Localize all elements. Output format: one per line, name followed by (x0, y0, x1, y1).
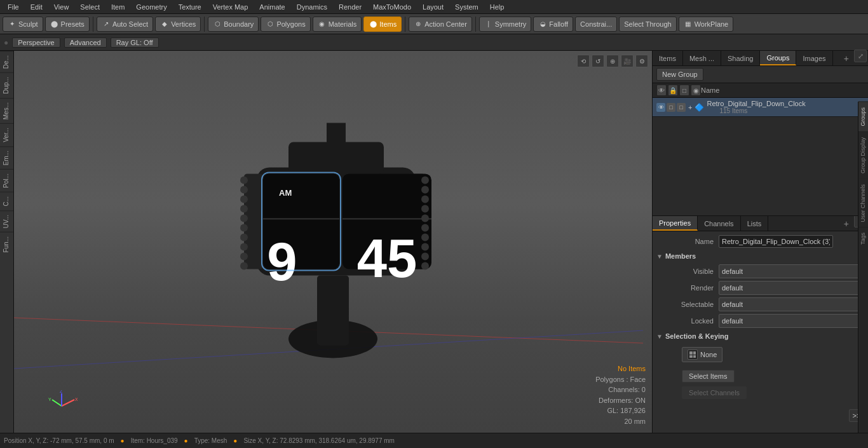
menu-view[interactable]: View (49, 2, 74, 12)
sidebar-tab-de[interactable]: De... (0, 51, 13, 72)
menu-render[interactable]: Render (334, 2, 367, 12)
visible-select[interactable]: default (719, 264, 864, 278)
vp-orbit-button[interactable]: ⟲ (577, 55, 590, 67)
new-group-button[interactable]: New Group (656, 68, 703, 81)
tab-mesh[interactable]: Mesh ... (683, 51, 721, 65)
menu-file[interactable]: File (3, 2, 24, 12)
tab-items[interactable]: Items (653, 51, 683, 65)
menu-layout[interactable]: Layout (417, 2, 449, 12)
menu-edit[interactable]: Edit (25, 2, 48, 12)
render-icon[interactable]: □ (677, 103, 686, 112)
sidebar-tab-fun[interactable]: Fun... (0, 232, 13, 257)
scene-panel-tabs: Items Mesh ... Shading Groups Images + ⤢ (653, 51, 868, 66)
properties-panel: Properties Channels Lists + ⤢ Name ▼ (653, 216, 868, 433)
auto-select-button[interactable]: ↗ Auto Select (97, 17, 153, 32)
svg-point-23 (240, 233, 248, 241)
selection-keying-arrow[interactable]: ▼ (656, 333, 663, 340)
toolbar-sep-1 (93, 17, 93, 32)
advanced-button[interactable]: Advanced (64, 37, 107, 48)
members-arrow[interactable]: ▼ (656, 253, 663, 260)
sidebar-tab-pol[interactable]: Pol... (0, 169, 13, 192)
menu-item[interactable]: Item (106, 2, 130, 12)
polygons-button[interactable]: ⬡ Polygons (261, 17, 310, 32)
tree-vis-btn[interactable]: □ (679, 85, 689, 96)
boundary-button[interactable]: ⬡ Boundary (208, 17, 259, 32)
menu-vertex-map[interactable]: Vertex Map (208, 2, 254, 12)
vp-zoom-button[interactable]: ⊕ (606, 55, 619, 67)
menu-texture[interactable]: Texture (173, 2, 207, 12)
main-area: De... Dup... Mes... Ver... Em... Pol... … (0, 51, 868, 433)
props-tab-properties[interactable]: Properties (653, 216, 698, 231)
menu-animate[interactable]: Animate (254, 2, 290, 12)
group-tree-item[interactable]: 👁 □ □ + 🔷 Retro_Digital_Flip_Down_Clock … (653, 98, 868, 117)
props-tab-add[interactable]: + (839, 216, 854, 231)
action-center-button[interactable]: ⊕ Action Center (409, 17, 472, 32)
tree-lock-btn[interactable]: 🔒 (668, 85, 678, 96)
select-channels-button[interactable]: Select Channels (682, 386, 747, 399)
tree-render-btn[interactable]: ◉ (691, 85, 701, 96)
menu-select[interactable]: Select (75, 2, 105, 12)
select-items-button[interactable]: Select Items (682, 370, 735, 383)
tab-images[interactable]: Images (796, 51, 832, 65)
vtab-tags[interactable]: Tags (858, 227, 868, 250)
render-label: Render (656, 284, 714, 292)
vp-camera-button[interactable]: 🎥 (621, 55, 634, 67)
menu-help[interactable]: Help (485, 2, 510, 12)
sidebar-tab-mes[interactable]: Mes... (0, 98, 13, 123)
tab-groups[interactable]: Groups (760, 51, 796, 65)
none-button[interactable]: None (682, 347, 722, 362)
members-title: Members (665, 252, 696, 260)
sidebar-tab-uv[interactable]: UV... (0, 210, 13, 232)
action-center-icon: ⊕ (414, 20, 423, 29)
vp-pan-button[interactable]: ↺ (592, 55, 604, 67)
vp-settings-button[interactable]: ⚙ (635, 55, 648, 67)
tree-eye-btn[interactable]: 👁 (656, 85, 667, 96)
none-dot-3 (689, 355, 693, 358)
constrain-button[interactable]: Constrai... (575, 17, 617, 32)
select-through-button[interactable]: Select Through (619, 17, 676, 32)
tab-shading[interactable]: Shading (721, 51, 760, 65)
vtab-group-display[interactable]: Group Display (858, 132, 868, 179)
svg-point-20 (240, 205, 248, 212)
vertices-icon: ◆ (160, 20, 169, 29)
ray-gl-button[interactable]: Ray GL: Off (111, 37, 159, 48)
lock-icon[interactable]: □ (667, 103, 675, 112)
tab-add-button[interactable]: + (839, 51, 854, 65)
menu-geometry[interactable]: Geometry (131, 2, 172, 12)
eye-icon[interactable]: 👁 (656, 103, 665, 112)
vp-header-dot: ● (4, 38, 8, 47)
falloff-icon: ◒ (538, 20, 547, 29)
sculpt-button[interactable]: ✦ Sculpt (3, 17, 43, 32)
name-input[interactable] (719, 235, 833, 248)
menu-maxtomodo[interactable]: MaxToModo (368, 2, 416, 12)
locked-select[interactable]: default (719, 314, 864, 328)
name-row: Name (656, 235, 864, 248)
sidebar-tab-em[interactable]: Em... (0, 146, 13, 169)
vertices-button[interactable]: ◆ Vertices (155, 17, 201, 32)
scene-tree: 👁 □ □ + 🔷 Retro_Digital_Flip_Down_Clock … (653, 98, 868, 215)
sidebar-tab-dup[interactable]: Dup... (0, 72, 13, 98)
perspective-button[interactable]: Perspective (12, 37, 60, 48)
props-tab-lists[interactable]: Lists (741, 216, 769, 231)
menu-system[interactable]: System (450, 2, 484, 12)
falloff-button[interactable]: ◒ Falloff (533, 17, 573, 32)
render-select[interactable]: default (719, 281, 864, 295)
expand-arrow[interactable]: + (688, 104, 692, 111)
props-tab-channels[interactable]: Channels (698, 216, 740, 231)
symmetry-button[interactable]: | Symmetry (479, 17, 532, 32)
viewport[interactable]: AM 9 45 (14, 51, 652, 433)
sidebar-tab-c[interactable]: C... (0, 192, 13, 210)
panel-expand-button[interactable]: ⤢ (854, 50, 867, 62)
boundary-icon: ⬡ (213, 20, 222, 29)
materials-button[interactable]: ◉ Materials (313, 17, 362, 32)
sidebar-tab-ver[interactable]: Ver... (0, 123, 13, 146)
menu-dynamics[interactable]: Dynamics (292, 2, 332, 12)
item-dot: ● (121, 437, 125, 444)
vtab-groups[interactable]: Groups (858, 102, 868, 132)
none-dot-2 (693, 351, 696, 355)
selectable-select[interactable]: default (719, 297, 864, 311)
items-button[interactable]: ⬤ Items (363, 17, 402, 32)
vtab-user-channels[interactable]: User Channels (858, 179, 868, 227)
workplane-button[interactable]: ▦ WorkPlane (679, 17, 734, 32)
presets-button[interactable]: ⬤ Presets (45, 17, 90, 32)
